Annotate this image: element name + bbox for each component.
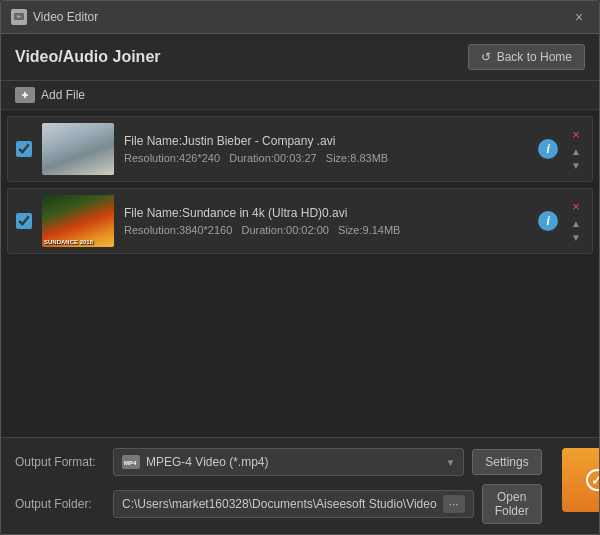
delete-button-1[interactable]: × (569, 126, 583, 143)
format-select[interactable]: MP4 MPEG-4 Video (*.mp4) ▼ (113, 448, 464, 476)
save-button[interactable]: ✓ Save (562, 448, 600, 512)
refresh-icon: ↺ (481, 50, 491, 64)
toolbar: Add File (1, 81, 599, 110)
move-up-button-1[interactable]: ▲ (568, 145, 584, 158)
folder-path: C:\Users\market160328\Documents\Aiseesof… (113, 490, 474, 518)
back-home-label: Back to Home (497, 50, 572, 64)
add-file-label: Add File (41, 88, 85, 102)
move-up-button-2[interactable]: ▲ (568, 217, 584, 230)
file-info-1: File Name:Justin Bieber - Company .avi R… (124, 134, 528, 164)
file-duration-2: Duration:00:02:00 (241, 224, 328, 236)
title-bar: Video Editor × (1, 1, 599, 34)
move-arrows-1: ▲ ▼ (568, 145, 584, 172)
file-checkbox-1[interactable] (16, 141, 32, 157)
file-name-1: File Name:Justin Bieber - Company .avi (124, 134, 528, 148)
file-thumbnail-1 (42, 123, 114, 175)
move-down-button-2[interactable]: ▼ (568, 231, 584, 244)
output-folder-label: Output Folder: (15, 497, 105, 511)
open-folder-button[interactable]: Open Folder (482, 484, 542, 524)
move-down-button-1[interactable]: ▼ (568, 159, 584, 172)
output-folder-row: Output Folder: C:\Users\market160328\Doc… (15, 484, 542, 524)
close-button[interactable]: × (569, 7, 589, 27)
file-thumbnail-2: SUNDANCE 2016 (42, 195, 114, 247)
add-file-button[interactable]: Add File (15, 87, 85, 103)
file-side-actions-1: × ▲ ▼ (568, 126, 584, 172)
file-meta-1: Resolution:426*240 Duration:00:03:27 Siz… (124, 152, 528, 164)
file-info-2: File Name:Sundance in 4k (Ultra HD)0.avi… (124, 206, 528, 236)
info-icon-1[interactable]: i (538, 139, 558, 159)
settings-button[interactable]: Settings (472, 449, 541, 475)
delete-button-2[interactable]: × (569, 198, 583, 215)
svg-text:MP4: MP4 (124, 460, 137, 466)
footer: Output Format: MP4 MPEG-4 Video (*.mp4) … (1, 437, 599, 534)
list-item: File Name:Justin Bieber - Company .avi R… (7, 116, 593, 182)
add-file-icon (15, 87, 35, 103)
move-arrows-2: ▲ ▼ (568, 217, 584, 244)
file-resolution-1: Resolution:426*240 (124, 152, 220, 164)
app-icon (11, 9, 27, 25)
file-meta-2: Resolution:3840*2160 Duration:00:02:00 S… (124, 224, 528, 236)
chevron-down-icon: ▼ (445, 457, 455, 468)
format-icon: MP4 (122, 455, 140, 469)
footer-rows: Output Format: MP4 MPEG-4 Video (*.mp4) … (15, 448, 542, 524)
page-title: Video/Audio Joiner (15, 48, 161, 66)
file-side-actions-2: × ▲ ▼ (568, 198, 584, 244)
folder-path-text: C:\Users\market160328\Documents\Aiseesof… (122, 497, 437, 511)
file-checkbox-2[interactable] (16, 213, 32, 229)
save-check-icon: ✓ (586, 469, 600, 491)
file-duration-1: Duration:00:03:27 (229, 152, 316, 164)
info-icon-2[interactable]: i (538, 211, 558, 231)
output-format-row: Output Format: MP4 MPEG-4 Video (*.mp4) … (15, 448, 542, 476)
dots-button[interactable]: ··· (443, 495, 465, 513)
format-value: MPEG-4 Video (*.mp4) (146, 455, 439, 469)
file-resolution-2: Resolution:3840*2160 (124, 224, 232, 236)
file-size-1: Size:8.83MB (326, 152, 388, 164)
output-format-label: Output Format: (15, 455, 105, 469)
main-window: Video Editor × Video/Audio Joiner ↺ Back… (0, 0, 600, 535)
file-size-2: Size:9.14MB (338, 224, 400, 236)
back-home-button[interactable]: ↺ Back to Home (468, 44, 585, 70)
list-item: SUNDANCE 2016 File Name:Sundance in 4k (… (7, 188, 593, 254)
title-bar-left: Video Editor (11, 9, 98, 25)
window-title: Video Editor (33, 10, 98, 24)
file-name-2: File Name:Sundance in 4k (Ultra HD)0.avi (124, 206, 528, 220)
file-list: File Name:Justin Bieber - Company .avi R… (1, 110, 599, 437)
header: Video/Audio Joiner ↺ Back to Home (1, 34, 599, 81)
